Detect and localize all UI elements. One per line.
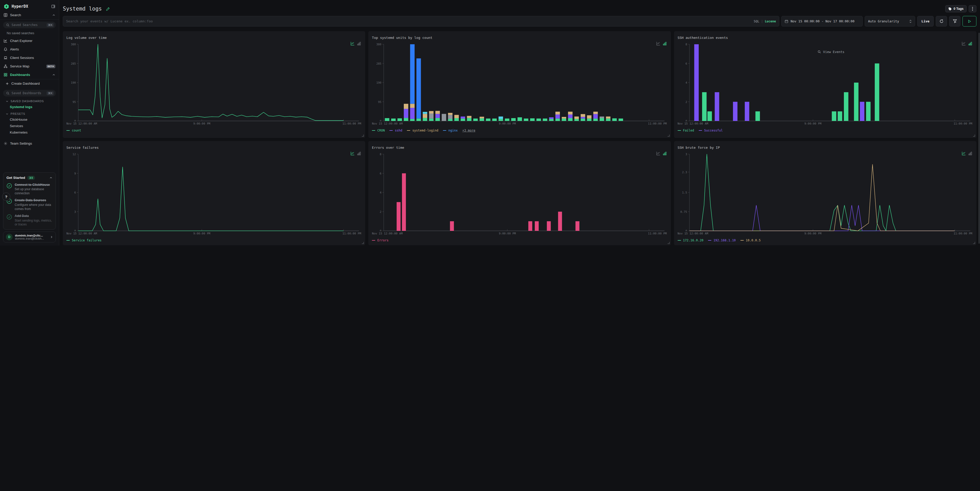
step-title: Add Data	[15, 214, 52, 218]
section-saved-dashboards[interactable]: SAVED DASHBOARDS	[0, 97, 59, 104]
svg-text:95: 95	[73, 100, 76, 104]
help-button[interactable]: ?	[2, 192, 10, 201]
sidebar-preset-services[interactable]: Services	[0, 123, 59, 129]
shortcut-badge: ⌘K	[46, 23, 54, 27]
sidebar-item-label: Search	[10, 13, 50, 17]
main-content: Systemd logs 0 Tags Search your events w…	[59, 0, 490, 246]
create-dashboard-button[interactable]: Create Dashboard	[0, 79, 59, 88]
saved-dashboards-placeholder: Saved Dashboards	[11, 91, 45, 95]
saved-dashboards-input[interactable]: Saved Dashboards ⌘K	[3, 90, 56, 97]
legend-swatch	[390, 130, 393, 131]
dashboard-grid: Log volume over time 380285190950 Nov 15…	[63, 31, 490, 245]
get-started-progress-badge: 3/3	[27, 176, 35, 180]
laptop-icon	[3, 56, 8, 60]
chart-svg: 86420	[372, 152, 490, 231]
sidebar-item-dashboards[interactable]: Dashboards	[0, 70, 59, 79]
sidebar-item-chart-explorer[interactable]: Chart Explorer	[0, 37, 59, 45]
legend-item[interactable]: Errors	[372, 238, 388, 242]
sidebar-collapse-icon[interactable]	[51, 5, 55, 8]
get-started-step[interactable]: Connect to ClickHouse Set up your databa…	[6, 183, 52, 195]
service-map-icon	[3, 64, 8, 68]
step-title: Create Data Sources	[15, 199, 52, 203]
edit-title-icon[interactable]	[106, 7, 110, 11]
x-axis-label: 9:00:00 PM	[193, 122, 210, 126]
sidebar-preset-clickhouse[interactable]: ClickHouse	[0, 116, 59, 123]
svg-text:4: 4	[380, 191, 382, 194]
chart-legend: count	[67, 129, 361, 132]
get-started-step[interactable]: Add Data Start sending logs, metrics, or…	[6, 214, 52, 227]
sidebar-item-client-sessions[interactable]: Client Sessions	[0, 54, 59, 62]
panel-service-failures: Service failures 129630 Nov 15 12:00:00 …	[63, 141, 365, 245]
get-started-step[interactable]: Create Data Sources Configure where your…	[6, 199, 52, 211]
dashboards-icon	[3, 73, 8, 77]
resize-handle[interactable]	[362, 135, 364, 137]
svg-text:285: 285	[71, 62, 76, 65]
panel-log-volume: Log volume over time 380285190950 Nov 15…	[63, 31, 365, 138]
chevron-up-icon[interactable]	[49, 176, 52, 180]
check-circle-icon	[6, 214, 12, 220]
x-axis-label: 11:00:00 PM	[342, 232, 361, 235]
chevron-down-icon	[6, 113, 8, 115]
svg-text:6: 6	[380, 172, 382, 175]
legend-item[interactable]: sshd	[390, 129, 402, 132]
x-axis-labels: Nov 15 12:00:00 AM9:00:00 PM11:00:00 PM	[67, 122, 361, 126]
sidebar-item-search[interactable]: Search	[0, 11, 59, 19]
x-axis-label: 11:00:00 PM	[342, 122, 361, 126]
event-search-input[interactable]: Search your events w/ Lucene ex. column:…	[63, 16, 490, 27]
chart-plot[interactable]: 380285190950	[372, 42, 490, 121]
svg-text:0: 0	[74, 119, 76, 121]
legend-item[interactable]: systemd-logind	[407, 129, 438, 132]
legend-item[interactable]: nginx	[443, 129, 458, 132]
saved-searches-input[interactable]: Saved Searches ⌘K	[3, 22, 56, 28]
sidebar-item-service-map[interactable]: Service Map BETA	[0, 62, 59, 70]
x-axis-label: Nov 15 12:00:00 AM	[372, 232, 402, 235]
section-label: SAVED DASHBOARDS	[11, 100, 44, 103]
plus-icon	[6, 82, 9, 85]
legend-item[interactable]: CRON	[372, 129, 385, 132]
bar-chart-toggle-icon[interactable]	[357, 151, 361, 156]
line-chart-toggle-icon[interactable]	[350, 41, 355, 46]
svg-text:12: 12	[73, 153, 76, 156]
check-circle-icon	[6, 183, 12, 189]
sidebar-item-alerts[interactable]: Alerts	[0, 45, 59, 54]
svg-text:6: 6	[74, 191, 76, 194]
sidebar-dashboard-systemd-logs[interactable]: Systemd logs	[0, 104, 59, 110]
svg-text:8: 8	[380, 153, 382, 156]
legend-more-link[interactable]: +3 more	[462, 129, 475, 132]
svg-text:0: 0	[74, 229, 76, 231]
legend-swatch	[407, 130, 410, 131]
panel-errors-over-time: Errors over time 86420 Nov 15 12:00:00 A…	[368, 141, 490, 245]
panel-title: Log volume over time	[67, 36, 361, 40]
shortcut-badge: ⌘K	[46, 91, 54, 95]
legend-item[interactable]: count	[67, 129, 81, 132]
line-chart-toggle-icon[interactable]	[350, 151, 355, 156]
sidebar-item-label: Alerts	[10, 47, 55, 51]
create-dashboard-label: Create Dashboard	[11, 81, 55, 86]
chart-legend: Errors	[372, 238, 490, 242]
chart-plot[interactable]: 129630	[67, 152, 361, 231]
chart-plot[interactable]: 86420	[372, 152, 490, 231]
legend-label: sshd	[395, 129, 402, 132]
resize-handle[interactable]	[362, 242, 364, 244]
chart-explorer-icon	[3, 39, 8, 43]
svg-text:0: 0	[380, 229, 382, 231]
x-axis-label: Nov 15 12:00:00 AM	[67, 122, 97, 126]
sidebar-item-label: Team Settings	[10, 141, 55, 145]
sidebar: HyperDX Search Saved Searches ⌘K No save…	[0, 0, 59, 246]
chart-plot[interactable]: 380285190950	[67, 42, 361, 121]
sidebar-preset-kubernetes[interactable]: Kubernetes	[0, 129, 59, 136]
svg-text:190: 190	[376, 81, 382, 84]
page-title: Systemd logs	[63, 6, 102, 12]
sidebar-item-team-settings[interactable]: Team Settings	[0, 139, 59, 148]
section-presets[interactable]: PRESETS	[0, 110, 59, 116]
chevron-up-icon	[52, 14, 55, 17]
legend-label: nginx	[448, 129, 458, 132]
bar-chart-toggle-icon[interactable]	[357, 41, 361, 46]
svg-text:3: 3	[74, 210, 76, 214]
legend-swatch	[372, 130, 375, 131]
user-menu[interactable]: D dominic.tran@clic... dominic.tran@clic…	[3, 232, 56, 242]
search-icon	[6, 92, 10, 95]
x-axis-labels: Nov 15 12:00:00 AM9:00:00 PM11:00:00 PM	[372, 232, 490, 236]
legend-item[interactable]: Service failures	[67, 238, 102, 242]
chart-svg: 380285190950	[67, 42, 361, 121]
